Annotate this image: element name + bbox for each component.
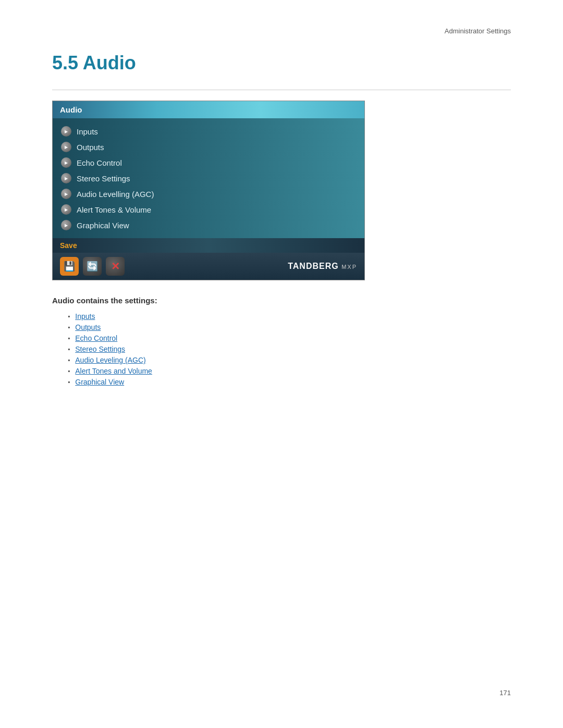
menu-label-inputs: Inputs xyxy=(77,127,98,136)
menu-item-outputs[interactable]: Outputs xyxy=(53,139,364,155)
ui-panel-header: Audio xyxy=(53,101,364,118)
brand-logo: TANDBERG MXP xyxy=(288,262,357,271)
menu-item-alert-tones[interactable]: Alert Tones & Volume xyxy=(53,202,364,217)
menu-icon-inputs xyxy=(61,126,71,137)
menu-item-audio-levelling[interactable]: Audio Levelling (AGC) xyxy=(53,186,364,202)
menu-icon-graphical-view xyxy=(61,220,71,230)
list-item-outputs: Outputs xyxy=(68,323,511,331)
menu-item-inputs[interactable]: Inputs xyxy=(53,124,364,139)
divider xyxy=(52,90,511,90)
link-stereo-settings[interactable]: Stereo Settings xyxy=(75,345,125,353)
bullet-list: Inputs Outputs Echo Control Stereo Setti… xyxy=(68,312,511,386)
link-alert-tones[interactable]: Alert Tones and Volume xyxy=(75,367,152,375)
menu-item-stereo-settings[interactable]: Stereo Settings xyxy=(53,170,364,186)
refresh-icon: 🔄 xyxy=(87,261,98,272)
ui-footer: Save xyxy=(53,238,364,253)
refresh-button[interactable]: 🔄 xyxy=(83,257,102,276)
menu-label-stereo-settings: Stereo Settings xyxy=(77,174,130,183)
menu-icon-echo-control xyxy=(61,157,71,168)
menu-label-audio-levelling: Audio Levelling (AGC) xyxy=(77,190,154,199)
menu-icon-stereo-settings xyxy=(61,173,71,183)
close-button[interactable]: ✕ xyxy=(106,257,125,276)
link-echo-control[interactable]: Echo Control xyxy=(75,334,117,342)
list-item-stereo-settings: Stereo Settings xyxy=(68,345,511,353)
link-inputs[interactable]: Inputs xyxy=(75,312,95,320)
list-item-echo-control: Echo Control xyxy=(68,334,511,342)
brand-name: TANDBERG xyxy=(288,262,338,270)
menu-label-echo-control: Echo Control xyxy=(77,158,122,167)
menu-icon-alert-tones xyxy=(61,204,71,215)
ui-menu: Inputs Outputs Echo Control Stereo Setti… xyxy=(53,118,364,238)
menu-item-graphical-view[interactable]: Graphical View xyxy=(53,217,364,233)
page-title: 5.5 Audio xyxy=(52,52,511,74)
brand-sub: MXP xyxy=(341,264,357,270)
menu-icon-audio-levelling xyxy=(61,189,71,199)
close-icon: ✕ xyxy=(111,260,120,273)
save-label: Save xyxy=(60,241,77,250)
toolbar-buttons: 💾 🔄 ✕ xyxy=(60,257,125,276)
menu-item-echo-control[interactable]: Echo Control xyxy=(53,155,364,170)
list-item-inputs: Inputs xyxy=(68,312,511,320)
list-item-graphical-view: Graphical View xyxy=(68,378,511,386)
save-button[interactable]: 💾 xyxy=(60,257,79,276)
ui-screenshot: Audio Inputs Outputs Echo Control Stereo… xyxy=(52,101,365,280)
doc-content: Audio contains the settings: Inputs Outp… xyxy=(52,296,511,386)
menu-label-graphical-view: Graphical View xyxy=(77,221,129,230)
link-audio-leveling[interactable]: Audio Leveling (AGC) xyxy=(75,356,145,364)
menu-label-alert-tones: Alert Tones & Volume xyxy=(77,205,151,214)
menu-label-outputs: Outputs xyxy=(77,143,104,152)
list-item-alert-tones: Alert Tones and Volume xyxy=(68,367,511,375)
link-outputs[interactable]: Outputs xyxy=(75,323,101,331)
page-number: 171 xyxy=(499,689,511,697)
list-item-audio-leveling: Audio Leveling (AGC) xyxy=(68,356,511,364)
section-heading: Audio contains the settings: xyxy=(52,296,511,305)
link-graphical-view[interactable]: Graphical View xyxy=(75,378,124,386)
menu-icon-outputs xyxy=(61,142,71,152)
save-icon: 💾 xyxy=(64,261,75,272)
ui-toolbar: 💾 🔄 ✕ TANDBERG MXP xyxy=(53,253,364,280)
admin-settings-label: Administrator Settings xyxy=(445,27,511,35)
